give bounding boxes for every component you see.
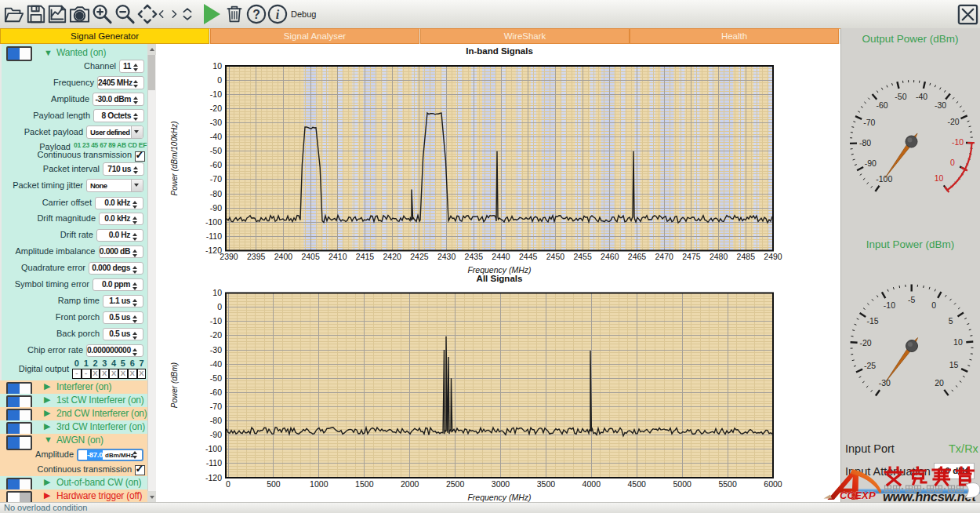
svg-text:CCEXP: CCEXP [840,489,876,501]
svg-text:-80: -80 [210,189,222,198]
svg-text:4000: 4000 [583,479,601,489]
svg-text:-100: -100 [876,174,892,184]
svg-text:10: 10 [953,337,963,347]
svg-text:15: 15 [949,360,959,369]
svg-text:5: 5 [949,316,953,326]
svg-text:In-band Signals: In-band Signals [466,46,533,56]
svg-text:2405: 2405 [301,252,320,261]
svg-text:-90: -90 [210,203,222,213]
svg-text:0: 0 [950,158,955,167]
svg-text:-20: -20 [947,117,959,126]
svg-text:-80: -80 [210,416,222,425]
svg-text:20: 20 [935,378,944,387]
svg-text:-10: -10 [210,89,222,99]
svg-text:2440: 2440 [492,252,510,261]
svg-text:10: 10 [935,173,944,183]
svg-text:-90: -90 [210,430,222,439]
svg-text:2435: 2435 [465,252,484,261]
svg-text:-110: -110 [206,458,222,468]
svg-text:-30: -30 [935,100,946,110]
svg-text:Power (dBm): Power (dBm) [170,362,179,408]
svg-text:5000: 5000 [673,479,692,489]
svg-text:2465: 2465 [628,252,647,261]
svg-text:2415: 2415 [356,252,375,261]
svg-text:5500: 5500 [718,479,737,489]
svg-text:-10: -10 [210,316,222,326]
svg-text:2445: 2445 [519,252,538,261]
svg-text:-60: -60 [876,100,887,110]
svg-text:-120: -120 [205,473,222,482]
svg-text:2460: 2460 [601,252,619,261]
svg-text:1500: 1500 [355,479,374,489]
svg-text:-70: -70 [210,174,222,184]
svg-text:2430: 2430 [437,252,456,261]
svg-text:2400: 2400 [274,252,293,261]
svg-text:2425: 2425 [410,252,429,261]
svg-text:-15: -15 [867,316,879,326]
svg-text:Power (dBm/100kHz): Power (dBm/100kHz) [170,121,179,195]
svg-text:-10: -10 [884,300,895,310]
svg-text:2490: 2490 [764,252,782,261]
svg-text:0: 0 [226,479,230,489]
svg-text:-110: -110 [206,231,222,241]
svg-text:-25: -25 [864,361,876,370]
svg-text:-20: -20 [210,330,222,340]
svg-text:0: 0 [217,75,222,85]
svg-text:-70: -70 [863,118,875,127]
svg-text:-60: -60 [210,387,222,397]
svg-text:-60: -60 [210,160,222,169]
svg-text:4500: 4500 [628,479,647,489]
svg-text:2000: 2000 [401,479,419,489]
svg-text:i: i [276,8,280,21]
svg-text:2480: 2480 [710,252,728,261]
svg-text:2485: 2485 [737,252,756,261]
svg-text:-5: -5 [908,295,915,304]
svg-text:2455: 2455 [573,252,592,261]
svg-text:6000: 6000 [764,479,782,489]
svg-text:-40: -40 [210,132,222,141]
svg-text:0: 0 [217,302,222,311]
svg-text:3500: 3500 [537,479,556,489]
svg-text:Frequency (MHz): Frequency (MHz) [467,493,531,502]
svg-text:2395: 2395 [247,252,266,261]
svg-text:-10: -10 [952,137,964,147]
svg-text:-70: -70 [210,402,222,411]
svg-text:2475: 2475 [682,252,701,261]
svg-text:-100: -100 [205,444,222,453]
svg-text:10: 10 [212,288,222,297]
svg-text:0: 0 [931,300,936,310]
svg-text:-30: -30 [210,345,222,355]
svg-text:-20: -20 [210,104,222,113]
svg-text:-50: -50 [210,373,222,383]
svg-text:-40: -40 [210,359,222,369]
svg-text:10: 10 [212,61,222,71]
svg-text:-30: -30 [210,118,222,127]
svg-text:500: 500 [267,479,281,489]
svg-text:2410: 2410 [328,252,347,261]
svg-text:-20: -20 [860,338,872,347]
svg-text:2500: 2500 [446,479,465,489]
svg-text:-90: -90 [865,158,877,168]
svg-text:2470: 2470 [655,252,674,261]
svg-text:3000: 3000 [492,479,510,489]
svg-text:-40: -40 [916,92,927,101]
svg-text:-50: -50 [210,146,222,155]
svg-text:2390: 2390 [220,252,238,261]
svg-text:2450: 2450 [546,252,565,261]
svg-text:-80: -80 [859,138,871,147]
svg-text:-100: -100 [205,217,222,227]
svg-text:-50: -50 [895,92,906,101]
svg-text:1000: 1000 [310,479,328,489]
svg-text:All Signals: All Signals [477,274,523,283]
svg-text:?: ? [252,8,260,21]
svg-text:www.hncsw.net: www.hncsw.net [883,489,977,504]
svg-text:2420: 2420 [383,252,402,261]
svg-text:-30: -30 [879,378,891,387]
